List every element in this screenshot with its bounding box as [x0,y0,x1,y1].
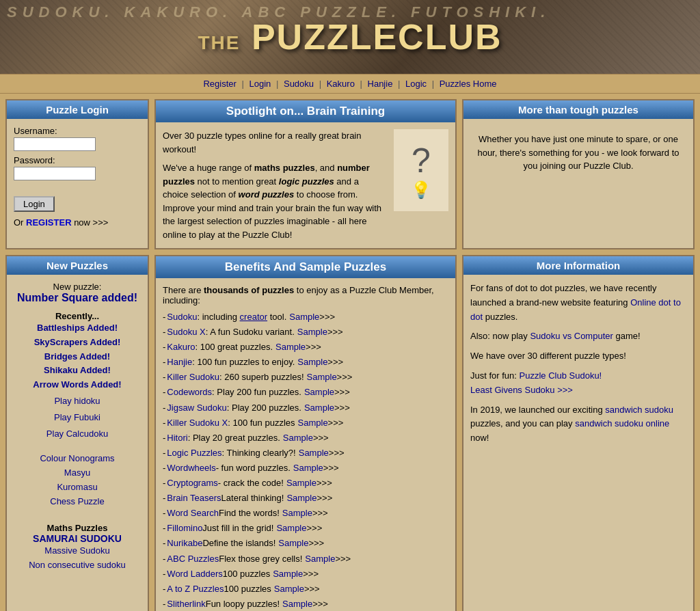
list-item: - Slitherlink Fun loopy puzzles!Sample >… [163,597,448,611]
benefits-intro: There are thousands of puzzles to enjoy … [163,285,448,306]
username-input[interactable] [14,137,96,151]
benefits-box: Benefits And Sample Puzzles There are th… [154,255,457,611]
register-link[interactable]: REGISTER [26,217,71,228]
benefits-list: - Sudoku: including creator tool.Sample … [163,310,448,611]
play-fubuki[interactable]: Play Fubuki [14,410,141,425]
list-item: - Codewords: Play 200 fun puzzles.Sample… [163,385,448,400]
list-item: - Sudoku X: A fun Sudoku variant.Sample … [163,325,448,340]
sandwich-sudoku-link[interactable]: sandwich sudoku [605,405,673,415]
more-info-title: More Information [463,256,693,275]
recent-shikaku[interactable]: Shikaku Added! [14,364,141,378]
list-item: - Word Ladders 100 puzzlesSample >>> [163,567,448,582]
more-info-p5: In 2019, we launched our exciting sandwi… [470,403,686,446]
spotlight-inner: Over 30 puzzle types online for a really… [163,129,448,241]
nav-logic[interactable]: Logic [405,79,427,89]
sudoku-vs-computer-link[interactable]: Sudoku vs Computer [530,331,612,341]
password-label: Password: [14,155,141,165]
list-item: - Cryptograms - crack the code!Sample >>… [163,476,448,491]
nav-register[interactable]: Register [203,79,236,89]
recently-label: Recently... [14,311,141,321]
list-item: - Wordwheels - fun word puzzles.Sample >… [163,461,448,476]
main-container: Puzzle Login Username: Password: Or REGI… [0,94,700,611]
row-2: New Puzzles New puzzle: Number Square ad… [5,255,695,611]
login-button[interactable] [14,196,55,212]
samurai-link-container: SAMURAI SUDOKU [14,533,141,544]
more-tough-title: More than tough puzzles [463,100,693,119]
list-item: - Sudoku: including creator tool.Sample … [163,310,448,325]
login-register-line: Or REGISTER now >>> [14,217,141,228]
header-banner: SUDOKU. KAKURO. ABC PUZZLE. FUTOSHIKI. T… [0,0,700,74]
spotlight-p1: Over 30 puzzle types online for a really… [163,129,387,156]
recent-battleships[interactable]: Battleships Added! [14,321,141,336]
more-tough-text: Whether you have just one minute to spar… [470,126,686,180]
navbar: Register | Login | Sudoku | Kakuro | Han… [0,74,700,94]
nav-kakuro[interactable]: Kakuro [327,79,355,89]
new-puzzle-title: Number Square added! [14,292,141,304]
list-item: - Killer Sudoku: 260 superb puzzles!Samp… [163,370,448,385]
sandwich-sudoku-online-link[interactable]: sandwich sudoku online [575,418,669,429]
online-dot-link[interactable]: Online dot to dot [470,297,681,322]
list-item: - ABC Puzzles Flex those grey cells!Samp… [163,552,448,567]
header-title: THE PUZZLECLUB [198,16,502,57]
list-item: - Fillomino Just fill in the grid!Sample… [163,521,448,536]
list-item: - Hanjie: 100 fun puzzles to enjoy.Sampl… [163,355,448,370]
recent-skyscrapers[interactable]: SkyScrapers Added! [14,336,141,350]
header-club-name: PUZZLECLUB [252,17,502,57]
more-info-p4: Just for fun: Puzzle Club Sudoku! Least … [470,369,686,398]
link-kuromasu[interactable]: Kuromasu [14,480,141,495]
list-item: - Kakuro: 100 great puzzles.Sample >>> [163,340,448,355]
list-item: - Killer Sudoku X: 100 fun puzzlesSample… [163,416,448,431]
nav-puzzles-home[interactable]: Puzzles Home [440,79,497,89]
login-box: Puzzle Login Username: Password: Or REGI… [5,99,149,249]
link-massive-sudoku[interactable]: Massive Sudoku [14,544,141,558]
now-text: now >>> [72,217,109,228]
username-label: Username: [14,126,141,136]
login-title: Puzzle Login [7,100,148,119]
link-colour-nonograms[interactable]: Colour Nonograms [14,452,141,466]
or-text: Or [14,217,26,228]
more-info-box: More Information For fans of dot to dot … [462,255,695,611]
benefits-title: Benefits And Sample Puzzles [156,256,455,278]
spotlight-box: Spotlight on... Brain Training Over 30 p… [154,99,457,249]
list-item: - A to Z Puzzles 100 puzzlesSample >>> [163,582,448,597]
more-info-p3: We have over 30 different puzzle types! [470,349,686,364]
more-info-p2: Also: now play Sudoku vs Computer game! [470,329,686,344]
new-puzzle-label: New puzzle: [14,282,141,292]
nav-login[interactable]: Login [250,79,271,89]
list-item: - Word Search Find the words!Sample >>> [163,506,448,521]
list-item: - Nurikabe Define the islands!Sample >>> [163,536,448,551]
maths-label: Maths Puzzles [14,523,141,533]
nav-hanjie[interactable]: Hanjie [368,79,393,89]
recent-arrowwords[interactable]: Arrow Words Added! [14,378,141,392]
recent-links: Battleships Added! SkyScrapers Added! Br… [14,321,141,392]
list-item: - Logic Puzzles: Thinking clearly?!Sampl… [163,446,448,461]
play-hidoku[interactable]: Play hidoku [14,394,141,409]
list-item: - Hitori: Play 20 great puzzles.Sample >… [163,431,448,446]
more-tough-box: More than tough puzzles Whether you have… [462,99,695,249]
link-masyu[interactable]: Masyu [14,466,141,480]
recent-bridges[interactable]: Bridges Added! [14,350,141,364]
play-calcudoku[interactable]: Play Calcudoku [14,426,141,442]
other-links: Colour Nonograms Masyu Kuromasu Chess Pu… [14,452,141,508]
spotlight-title: Spotlight on... Brain Training [156,100,455,122]
puzzle-club-sudoku-link[interactable]: Puzzle Club Sudoku! [520,370,602,381]
nav-sudoku[interactable]: Sudoku [284,79,314,89]
list-item: - Jigsaw Sudoku: Play 200 puzzles.Sample… [163,400,448,416]
other-links2: Massive Sudoku Non consecutive sudoku [14,544,141,573]
new-puzzles-title: New Puzzles [7,256,148,275]
list-item: - Brain Teasers Lateral thinking!Sample … [163,491,448,506]
new-puzzle-link[interactable]: Number Square added! [17,292,137,303]
spotlight-text: Over 30 puzzle types online for a really… [163,129,387,241]
row-1: Puzzle Login Username: Password: Or REGI… [5,99,695,249]
link-non-consecutive[interactable]: Non consecutive sudoku [14,558,141,573]
spotlight-image: ? 💡 [394,129,448,211]
new-puzzles-box: New Puzzles New puzzle: Number Square ad… [5,255,149,611]
least-givens-link[interactable]: Least Givens Sudoku >>> [470,385,573,395]
spotlight-p2: We've a huge range of maths puzzles, and… [163,161,387,241]
samurai-link[interactable]: SAMURAI SUDOKU [33,533,122,544]
password-input[interactable] [14,167,96,180]
header-the: THE [198,32,240,53]
more-info-p1: For fans of dot to dot puzzles, we have … [470,282,686,324]
link-chess-puzzle[interactable]: Chess Puzzle [14,495,141,509]
play-links: Play hidoku Play Fubuki Play Calcudoku [14,394,141,442]
